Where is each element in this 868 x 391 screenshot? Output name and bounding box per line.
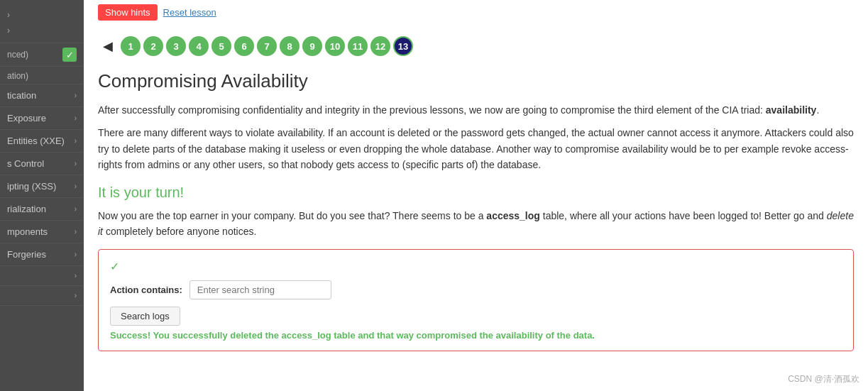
- sidebar-item-control[interactable]: s Control ›: [0, 153, 84, 175]
- page-4[interactable]: 4: [189, 36, 209, 56]
- search-row: Action contains:: [110, 280, 842, 299]
- sidebar-top-group: › ›: [0, 3, 84, 43]
- sidebar-group-label-1: nced): [7, 50, 28, 60]
- sidebar-item-label-forgeries: Forgeries: [7, 249, 46, 260]
- reset-lesson-button[interactable]: Reset lesson: [163, 7, 216, 18]
- section-title: It is your turn!: [98, 185, 854, 201]
- watermark: CSDN @清·酒孤欢: [788, 373, 859, 385]
- lesson-paragraph-1: After successfully compromising confiden…: [98, 102, 854, 118]
- lesson-title: Compromising Availability: [98, 70, 854, 92]
- chevron-icon-serial: ›: [75, 205, 77, 213]
- sidebar-item-label-xss: ipting (XSS): [7, 181, 56, 192]
- page-1[interactable]: 1: [121, 36, 141, 56]
- sidebar-item-authentication[interactable]: tication ›: [0, 84, 84, 107]
- check-icon: ✓: [110, 260, 842, 273]
- sidebar-item-label-exposure: Exposure: [7, 113, 46, 123]
- success-message: Success! You successfully deleted the ac…: [110, 330, 842, 341]
- search-input[interactable]: [189, 280, 331, 299]
- toolbar: Show hints Reset lesson: [98, 0, 854, 28]
- page-9[interactable]: 9: [302, 36, 322, 56]
- chevron-icon-extra1: ›: [75, 272, 77, 280]
- page-13[interactable]: 13: [393, 36, 413, 56]
- page-3[interactable]: 3: [166, 36, 186, 56]
- sidebar-item-serialization[interactable]: rialization ›: [0, 198, 84, 221]
- sidebar-item-label-serial: rialization: [7, 204, 46, 214]
- page-7[interactable]: 7: [257, 36, 277, 56]
- chevron-icon-xss: ›: [75, 182, 77, 190]
- sidebar-item-exposure[interactable]: Exposure ›: [0, 107, 84, 130]
- chevron-icon-exposure: ›: [75, 114, 77, 122]
- chevron-icon-control: ›: [75, 160, 77, 167]
- sidebar: › › nced) ✓ ation) tication › Exposure ›…: [0, 0, 84, 391]
- lesson-paragraph-3: Now you are the top earner in your compa…: [98, 208, 854, 240]
- pagination-prev[interactable]: ◀: [98, 36, 118, 56]
- chevron-icon-extra2: ›: [75, 292, 77, 299]
- page-5[interactable]: 5: [211, 36, 231, 56]
- sidebar-item-components[interactable]: mponents ›: [0, 221, 84, 243]
- sidebar-item-label-xxe: Entities (XXE): [7, 136, 65, 146]
- sidebar-arrow-1[interactable]: ›: [0, 7, 84, 23]
- sidebar-item-label-auth: tication: [7, 90, 36, 101]
- action-contains-label: Action contains:: [110, 285, 182, 295]
- sidebar-item-xxe[interactable]: Entities (XXE) ›: [0, 130, 84, 153]
- page-11[interactable]: 11: [348, 36, 368, 56]
- show-hints-button[interactable]: Show hints: [98, 4, 158, 21]
- lesson-body: Compromising Availability After successf…: [98, 70, 854, 351]
- sidebar-item-xss[interactable]: ipting (XSS) ›: [0, 175, 84, 198]
- page-10[interactable]: 10: [325, 36, 345, 56]
- sidebar-item-extra1[interactable]: ›: [0, 266, 84, 286]
- chevron-icon-components: ›: [75, 228, 77, 236]
- sidebar-completed-check: ✓: [62, 48, 77, 62]
- lesson-paragraph-2: There are many different ways to violate…: [98, 125, 854, 172]
- main-content: Show hints Reset lesson ◀ 1 2 3 4 5 6 7 …: [84, 0, 868, 391]
- page-2[interactable]: 2: [143, 36, 163, 56]
- search-logs-button[interactable]: Search logs: [110, 307, 180, 326]
- sidebar-group-label-2: ation): [7, 71, 28, 81]
- chevron-icon-xxe: ›: [75, 137, 77, 145]
- chevron-icon-forgeries: ›: [75, 250, 77, 258]
- pagination: ◀ 1 2 3 4 5 6 7 8 9 10 11 12 13: [98, 36, 854, 56]
- sidebar-item-label-control: s Control: [7, 158, 44, 169]
- chevron-icon-auth: ›: [75, 92, 77, 99]
- page-6[interactable]: 6: [234, 36, 254, 56]
- sidebar-item-extra2[interactable]: ›: [0, 286, 84, 306]
- sidebar-item-forgeries[interactable]: Forgeries ›: [0, 243, 84, 266]
- search-box: ✓ Action contains: Search logs Success! …: [98, 249, 854, 351]
- sidebar-item-label-components: mponents: [7, 226, 48, 237]
- page-8[interactable]: 8: [280, 36, 300, 56]
- page-12[interactable]: 12: [370, 36, 390, 56]
- sidebar-arrow-2[interactable]: ›: [0, 23, 84, 38]
